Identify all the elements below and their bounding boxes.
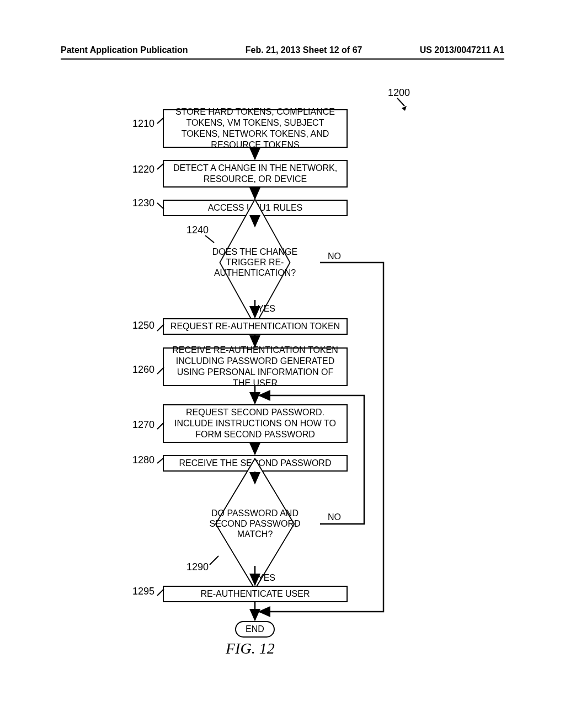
step-1295-box: RE-AUTHENTICATE USER	[163, 586, 348, 602]
step-1210-box: STORE HARD TOKENS, COMPLIANCE TOKENS, VM…	[163, 109, 348, 148]
branch-yes-1240: YES	[258, 304, 275, 314]
ref-1230: 1230	[132, 197, 154, 209]
figure-caption: FIG. 12	[226, 640, 275, 657]
decision-1290-text: DO PASSWORD AND SECOND PASSWORD MATCH?	[205, 508, 305, 540]
ref-1270: 1270	[132, 419, 154, 431]
step-1250-box: REQUEST RE-AUTHENTICATION TOKEN	[163, 318, 348, 335]
ref-1280: 1280	[132, 454, 154, 466]
branch-no-1290: NO	[328, 512, 341, 522]
step-1270-text: REQUEST SECOND PASSWORD. INCLUDE INSTRUC…	[168, 407, 342, 440]
step-1210-text: STORE HARD TOKENS, COMPLIANCE TOKENS, VM…	[168, 106, 342, 151]
step-1220-box: DETECT A CHANGE IN THE NETWORK, RESOURCE…	[163, 160, 348, 188]
ref-1260: 1260	[132, 364, 154, 376]
ref-1240: 1240	[186, 224, 209, 236]
svg-line-18	[210, 556, 218, 565]
branch-yes-1290: YES	[258, 573, 275, 583]
branch-no-1240: NO	[328, 251, 341, 261]
ref-1210: 1210	[132, 118, 154, 130]
ref-1250: 1250	[132, 320, 154, 331]
step-1220-text: DETECT A CHANGE IN THE NETWORK, RESOURCE…	[168, 163, 342, 185]
ref-1220: 1220	[132, 164, 154, 175]
terminator-end-text: END	[246, 624, 264, 634]
step-1295-text: RE-AUTHENTICATE USER	[201, 588, 310, 599]
svg-line-20	[397, 98, 404, 106]
step-1250-text: REQUEST RE-AUTHENTICATION TOKEN	[170, 321, 340, 332]
ref-1290: 1290	[186, 561, 209, 573]
svg-line-13	[205, 235, 214, 243]
terminator-end: END	[235, 621, 275, 638]
step-1260-text: RECEIVE RE-AUTHENTICATION TOKEN INCLUDIN…	[168, 345, 342, 389]
ref-1295: 1295	[132, 586, 154, 597]
flowchart-canvas: 1200 STORE HARD TOKENS, COMPLIANCE TOKEN…	[0, 0, 565, 728]
ref-1200: 1200	[388, 87, 410, 99]
step-1270-box: REQUEST SECOND PASSWORD. INCLUDE INSTRUC…	[163, 404, 348, 443]
step-1260-box: RECEIVE RE-AUTHENTICATION TOKEN INCLUDIN…	[163, 347, 348, 386]
decision-1240-text: DOES THE CHANGE TRIGGER RE-AUTHENTICATIO…	[200, 247, 310, 279]
